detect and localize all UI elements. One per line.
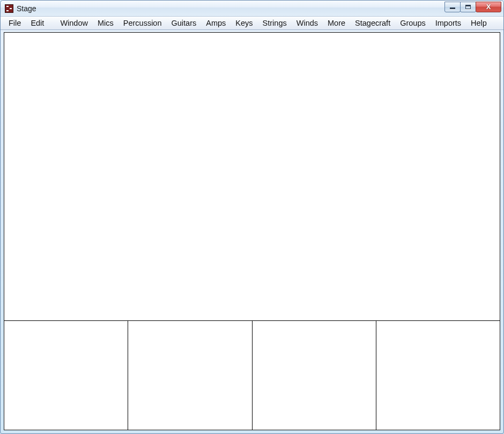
app-icon [5,4,13,13]
window-controls: X [445,2,501,12]
titlebar[interactable]: Stage X [1,1,503,17]
client-area [4,32,500,430]
maximize-icon [465,5,471,9]
menu-bar: File Edit Window Mics Percussion Guitars… [1,17,503,30]
app-window: Stage X File Edit Window Mics Percussion… [0,0,504,434]
panel-3[interactable] [253,321,376,430]
menu-imports[interactable]: Imports [431,18,466,28]
menu-stagecraft[interactable]: Stagecraft [350,18,395,28]
menu-edit[interactable]: Edit [26,18,49,28]
panel-4[interactable] [376,321,500,430]
menu-strings[interactable]: Strings [258,18,292,28]
menu-gap [49,18,55,28]
panel-2[interactable] [128,321,252,430]
panel-1[interactable] [4,321,128,430]
bottom-panels [4,320,500,430]
maximize-button[interactable] [460,2,476,12]
menu-winds[interactable]: Winds [292,18,323,28]
minimize-icon [450,8,455,9]
menu-file[interactable]: File [4,18,26,28]
menu-window[interactable]: Window [55,18,93,28]
menu-guitars[interactable]: Guitars [167,18,202,28]
window-title: Stage [17,4,36,13]
menu-keys[interactable]: Keys [231,18,257,28]
stage-canvas[interactable] [4,33,500,320]
minimize-button[interactable] [444,2,461,12]
close-button[interactable]: X [476,2,501,12]
menu-percussion[interactable]: Percussion [118,18,167,28]
menu-more[interactable]: More [323,18,350,28]
menu-groups[interactable]: Groups [395,18,431,28]
menu-amps[interactable]: Amps [201,18,231,28]
close-icon: X [486,3,491,10]
menu-help[interactable]: Help [466,18,492,28]
menu-mics[interactable]: Mics [93,18,118,28]
